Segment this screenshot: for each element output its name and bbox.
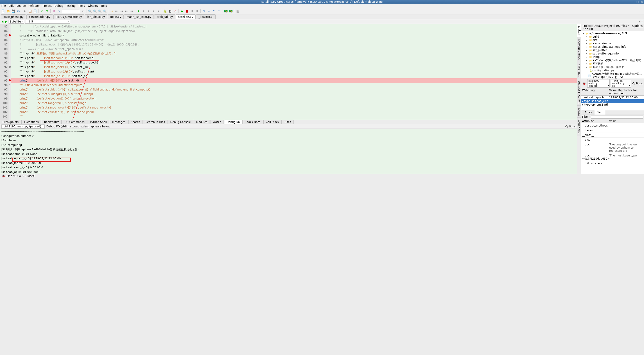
class-combo[interactable]: Satellite [8,20,24,24]
minimize-icon[interactable]: – [634,0,635,4]
bookmark-clear-icon[interactable]: ★ [151,9,155,13]
file-tab[interactable]: satellite.py [176,14,196,19]
menu-edit[interactable]: Edit [8,4,14,8]
tree-node[interactable]: ▸📁Temp [581,56,644,59]
indent-guide-icon[interactable]: ⫿⫿ [52,9,56,13]
python-icon[interactable]: 🐍 [163,9,167,13]
debug-options-link[interactable]: Options [565,125,576,128]
bottom-tab[interactable]: Debug Console [168,120,193,124]
undo-icon[interactable]: ↶ [40,9,44,13]
menu-testing[interactable]: Testing [66,4,76,8]
file-tab[interactable]: lsn_phase.py [85,14,107,19]
attr-row[interactable]: __class__ [581,133,644,138]
file-tab[interactable]: base_phase.py [1,14,26,19]
menu-project[interactable]: Project [42,4,52,8]
dedent-right-icon[interactable]: ⇥ [120,9,124,13]
tree-node[interactable]: ▸📁icarus_simulator.egg-info [581,45,644,48]
search-next-icon[interactable]: 🔍 [98,9,102,13]
attr-row[interactable]: __bases__ [581,128,644,133]
search-prev-icon[interactable]: 🔍 [93,9,97,13]
open-folder-icon[interactable]: 📂 [6,9,10,13]
bottom-tab[interactable]: Search in Files [143,120,167,124]
copy-icon[interactable]: 📋 [28,9,32,13]
project-tree[interactable]: ▾📁~/icarus-framework-JSLS▸📁build▸📁dist▸📁… [581,31,644,78]
tree-node[interactable]: ▸📁build [581,35,644,38]
side-tab[interactable]: Source Assistant [577,79,581,105]
close-icon[interactable]: ✕ [641,0,643,4]
attr-row[interactable]: __doc__ <0x7f6239daa650>'The most base t… [581,153,644,161]
side-tab[interactable]: Stack Data [577,118,581,136]
diff-icon[interactable]: ◧ [168,9,172,13]
attributes-panel[interactable]: Attribute Value __abstractmethods____bas… [581,119,644,174]
watch-row[interactable]: ▸ type(self.sat._epoch) [581,99,644,103]
replace-icon[interactable]: 🔍 [103,9,107,13]
save-icon[interactable]: 💾 [11,9,15,13]
bottom-tab[interactable]: Exceptions [22,120,41,124]
bookmark-prev-icon[interactable]: ★ [141,9,146,13]
indent-icon[interactable]: ⇥ [110,9,114,13]
menu-refactor[interactable]: Refactor [28,4,40,8]
array-tab[interactable]: Array [582,110,594,114]
tree-node[interactable]: ▸📁网页帮助 [581,62,644,66]
file-tab[interactable]: main.py [108,14,124,19]
bottom-tab[interactable]: Watch [210,120,224,124]
debug-process-combo[interactable]: [pid 8195] main.py (paused) [1,124,44,128]
tree-node[interactable]: ▸📁sat_plotter [581,48,644,52]
file-tab[interactable]: icarus_simulator.py [53,14,84,19]
watch-row[interactable] [581,106,644,110]
redo-icon[interactable]: ↷ [45,9,49,13]
bookmark-next-icon[interactable]: ★ [146,9,150,13]
nav-back-icon[interactable]: ◀ [1,20,4,23]
bottom-tab[interactable]: Bookmarks [42,120,62,124]
save-all-icon[interactable]: 🗂 [16,9,20,13]
project-options-link[interactable]: Options [632,24,643,30]
bottom-tab[interactable]: Call Stack [263,120,282,124]
grid-icon[interactable]: ▦ [236,9,240,13]
watch-row[interactable]: ▸ type(ephem.EarthSatelli [581,103,644,106]
attr-row[interactable]: __dict__ [581,138,644,142]
debug-io-console[interactable]: ----------------------------------------… [0,129,577,174]
file-tab[interactable]: _libastro.pi [196,14,216,19]
bottom-tab[interactable]: Stack Data [243,120,263,124]
watch-row[interactable]: self.sat._epoch1899/12/31 12:00:00 [581,96,644,99]
step-return-icon[interactable]: ⤴ [217,9,221,13]
watch-options-link[interactable]: Options [632,82,643,85]
method-combo[interactable]: __init__ [25,20,70,24]
file-tab[interactable]: constellation.py [26,14,53,19]
bottom-tab[interactable]: Messages [110,120,128,124]
menu-source[interactable]: Source [16,4,26,8]
array-tab[interactable]: Text [595,110,605,114]
step-over-icon[interactable]: ↷ [202,9,206,13]
bottom-tab[interactable]: Debug I/O [224,120,243,124]
debug-pause-icon[interactable]: ⏸ [190,9,194,13]
step-out-icon[interactable]: ↑ [212,9,216,13]
menu-tools[interactable]: Tools [78,4,85,8]
cut-icon[interactable]: ✂ [23,9,27,13]
attr-row[interactable]: __init_subclass__ [581,161,644,166]
menu-debug[interactable]: Debug [54,4,63,8]
comment-icon[interactable]: ⇥ [130,9,134,13]
code-editor[interactable]: 8384858687888990919293949596979899100101… [0,24,577,120]
watch-process-combo[interactable]: [pid 8195] main.py (paused) [587,79,610,88]
goto-line-input[interactable] [62,9,80,13]
attr-row[interactable]: __abstractmethods__ [581,123,644,128]
goto-dropdown-icon[interactable]: ▾ [81,9,85,13]
tree-node[interactable]: ▸📁★VS Code实现Python与C++联合调试 [581,59,644,62]
tree-node[interactable]: 📄ICARUS伊卡洛斯的main.py调试运行日志（2021年10月27日）.t… [581,72,644,78]
goto-icon[interactable]: ↘ [57,9,61,13]
watch-panel[interactable]: Watching Value: Right-click for option m… [581,88,644,110]
code-area[interactable]: # 【/usr/local/lib/python3.6/site-package… [11,24,577,120]
dedent-left-icon[interactable]: ⇤ [114,9,119,13]
revert-icon[interactable]: ⟲ [173,9,177,13]
tab-menu-icon[interactable]: ▾ [639,20,640,23]
menu-file[interactable]: File [1,4,6,8]
tree-node[interactable]: ▸📁dist [581,38,644,42]
bottom-tab[interactable]: Breakpoints [0,120,21,124]
tree-node[interactable]: 🐍configuration.py [581,69,644,72]
nav-fwd-icon[interactable]: ▶ [5,20,8,23]
search-icon[interactable]: 🔍 [88,9,92,13]
menu-help[interactable]: Help [101,4,107,8]
tab-close-icon[interactable]: ✕ [641,20,643,23]
tree-node[interactable]: ▸📁icarus_simulator [581,42,644,45]
debug-run-icon[interactable]: ▶ [180,9,184,13]
